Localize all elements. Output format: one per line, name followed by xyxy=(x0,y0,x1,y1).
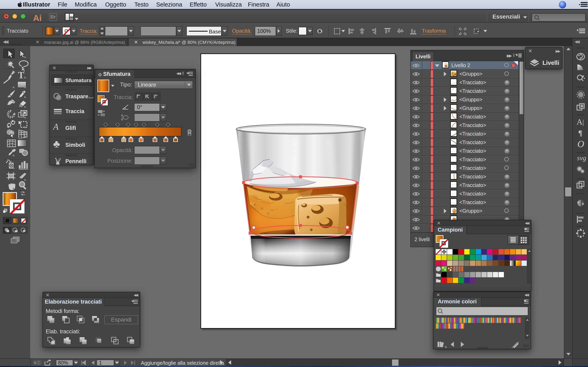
svg-text:T: T xyxy=(18,70,24,80)
